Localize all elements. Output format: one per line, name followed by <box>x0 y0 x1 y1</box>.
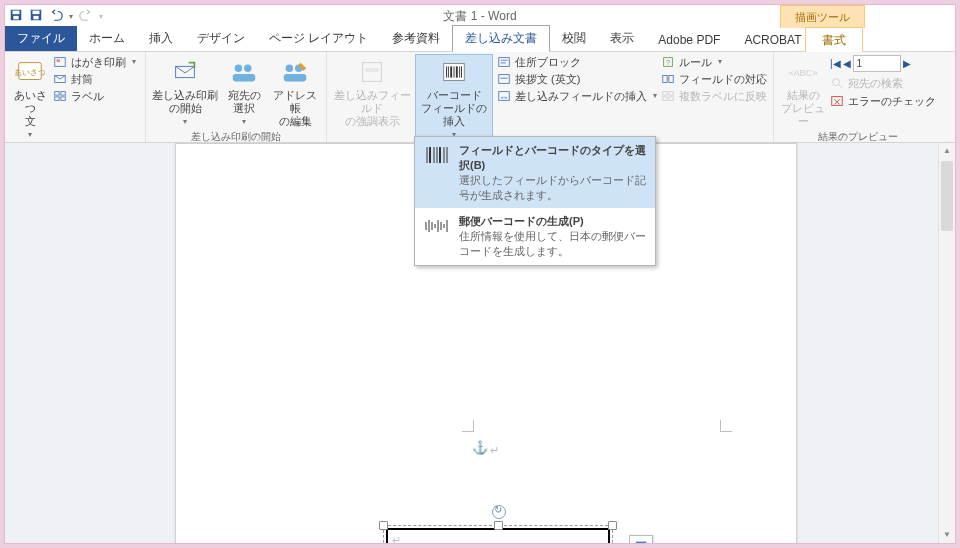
vertical-scrollbar[interactable]: ▲ ▼ <box>938 143 955 543</box>
next-record-icon[interactable]: ▶ <box>903 58 911 69</box>
start-mail-merge-button[interactable]: 差し込み印刷 の開始▾ <box>152 55 218 127</box>
preview-results-button: «ABC» 結果の プレビュー <box>780 55 826 128</box>
group-write: 差し込みフィールド の強調表示 バーコード フィールドの挿入▾ 住所ブロック 挨… <box>327 52 774 142</box>
svg-rect-9 <box>57 59 61 62</box>
envelope-button[interactable]: 封筒 <box>53 72 136 86</box>
svg-rect-46 <box>663 97 667 101</box>
edit-recipient-list-button[interactable]: アドレス帳 の編集 <box>270 55 320 128</box>
scroll-up-icon[interactable]: ▲ <box>939 143 955 159</box>
svg-rect-11 <box>55 92 59 96</box>
menu-item-title: 郵便バーコードの生成(P) <box>459 214 647 229</box>
qat-customize-icon[interactable]: ▾ <box>99 12 103 21</box>
anchor-icon: ⚓ <box>472 440 488 455</box>
title-bar: ▾ ▾ 文書 1 - Word 描画ツール <box>5 5 955 27</box>
svg-text:«ABC»: «ABC» <box>788 68 818 78</box>
svg-rect-35 <box>499 75 510 84</box>
ribbon-tabs: ファイル ホーム 挿入 デザイン ページ レイアウト 参考資料 差し込み文書 校… <box>5 27 955 52</box>
svg-rect-45 <box>669 92 673 96</box>
svg-rect-18 <box>233 74 256 82</box>
greeting-text-button[interactable]: あいさつ あいさつ 文 ▾ <box>11 55 49 140</box>
insert-barcode-field-button[interactable]: バーコード フィールドの挿入▾ <box>415 54 493 143</box>
tab-home[interactable]: ホーム <box>77 26 137 51</box>
svg-rect-23 <box>365 68 378 72</box>
svg-rect-12 <box>61 92 65 96</box>
group-create: あいさつ あいさつ 文 ▾ はがき印刷 封筒 ラベル 作成 <box>5 52 146 142</box>
first-record-icon[interactable]: |◀ <box>830 58 841 69</box>
svg-rect-44 <box>663 92 667 96</box>
svg-rect-21 <box>284 74 307 82</box>
resize-handle[interactable] <box>608 521 617 530</box>
tab-insert[interactable]: 挿入 <box>137 26 185 51</box>
group-start: 差し込み印刷 の開始▾ 宛先の 選択▾ アドレス帳 の編集 差し込み印刷の開始 <box>146 52 327 142</box>
labels-button[interactable]: ラベル <box>53 89 136 103</box>
update-labels-button: 複数ラベルに反映 <box>661 89 767 103</box>
scroll-thumb[interactable] <box>941 161 953 231</box>
barcode-dropdown-menu: フィールドとバーコードのタイプを選択(B)選択したフィールドからバーコード記号が… <box>414 136 656 266</box>
svg-rect-14 <box>61 97 65 101</box>
tab-file[interactable]: ファイル <box>5 26 77 51</box>
svg-rect-5 <box>33 16 38 20</box>
svg-rect-41 <box>663 76 667 83</box>
tab-mailings[interactable]: 差し込み文書 <box>452 25 550 52</box>
svg-rect-51 <box>832 97 843 106</box>
svg-rect-42 <box>669 76 673 83</box>
contextual-tab-label: 描画ツール <box>780 5 865 28</box>
menu-item-select-barcode-type[interactable]: フィールドとバーコードのタイプを選択(B)選択したフィールドからバーコード記号が… <box>415 137 655 208</box>
scroll-down-icon[interactable]: ▼ <box>939 527 955 543</box>
tab-view[interactable]: 表示 <box>598 26 646 51</box>
svg-text:?: ? <box>666 59 670 66</box>
greeting-line-button[interactable]: 挨拶文 (英文) <box>497 72 657 86</box>
rotate-handle[interactable] <box>492 505 506 519</box>
tab-design[interactable]: デザイン <box>185 26 257 51</box>
tab-layout[interactable]: ページ レイアウト <box>257 26 380 51</box>
tab-format[interactable]: 書式 <box>805 27 863 54</box>
save-icon[interactable] <box>29 8 43 24</box>
check-errors-button[interactable]: エラーのチェック <box>830 94 936 108</box>
postal-barcode-icon <box>423 214 451 238</box>
qat-dropdown-icon[interactable]: ▾ <box>69 12 73 21</box>
menu-item-title: フィールドとバーコードのタイプを選択(B) <box>459 143 647 173</box>
menu-item-desc: 選択したフィールドからバーコード記号が生成されます。 <box>459 174 646 201</box>
resize-handle[interactable] <box>379 521 388 530</box>
paragraph-mark-icon: ↵ <box>490 444 499 457</box>
resize-handle[interactable] <box>494 521 503 530</box>
svg-rect-1 <box>13 11 20 15</box>
undo-icon[interactable] <box>49 8 63 24</box>
hagaki-print-button[interactable]: はがき印刷 <box>53 55 136 69</box>
crop-mark-icon <box>458 416 474 432</box>
layout-options-button[interactable] <box>629 535 653 543</box>
insert-merge-field-button[interactable]: «»差し込みフィールドの挿入 <box>497 89 657 103</box>
svg-point-49 <box>833 79 840 86</box>
record-navigator: |◀ ◀ 1 ▶ <box>830 55 936 72</box>
menu-item-desc: 住所情報を使用して、日本の郵便バーコードを生成します。 <box>459 230 646 257</box>
textbox-content[interactable]: ↵ <box>386 528 610 543</box>
crop-mark-icon <box>720 416 736 432</box>
svg-rect-13 <box>55 97 59 101</box>
svg-rect-2 <box>13 16 18 20</box>
match-fields-button[interactable]: フィールドの対応 <box>661 72 767 86</box>
svg-rect-32 <box>499 58 510 67</box>
svg-point-19 <box>286 65 294 73</box>
svg-rect-4 <box>33 11 40 15</box>
tab-acrobat[interactable]: ACROBAT <box>732 29 813 51</box>
tab-adobe-pdf[interactable]: Adobe PDF <box>646 29 732 51</box>
svg-point-16 <box>235 65 243 73</box>
barcode-icon <box>423 143 451 167</box>
textbox-shape[interactable]: ↵ <box>383 525 613 543</box>
svg-rect-47 <box>669 97 673 101</box>
prev-record-icon[interactable]: ◀ <box>843 58 851 69</box>
svg-rect-54 <box>636 542 647 543</box>
redo-icon[interactable] <box>79 8 93 24</box>
select-recipients-button[interactable]: 宛先の 選択▾ <box>222 55 266 127</box>
find-recipient-button: 宛先の検索 <box>830 76 936 90</box>
ribbon: あいさつ あいさつ 文 ▾ はがき印刷 封筒 ラベル 作成 差し込み印刷 の開始… <box>5 52 955 143</box>
address-block-button[interactable]: 住所ブロック <box>497 55 657 69</box>
menu-item-postal-barcode[interactable]: 郵便バーコードの生成(P)住所情報を使用して、日本の郵便バーコードを生成します。 <box>415 208 655 265</box>
svg-text:あいさつ: あいさつ <box>15 67 45 77</box>
rules-button[interactable]: ?ルール <box>661 55 767 69</box>
tab-references[interactable]: 参考資料 <box>380 26 452 51</box>
tab-review[interactable]: 校閲 <box>550 26 598 51</box>
save-icon[interactable] <box>9 8 23 24</box>
record-number-input[interactable]: 1 <box>853 55 901 72</box>
svg-line-50 <box>839 85 843 89</box>
